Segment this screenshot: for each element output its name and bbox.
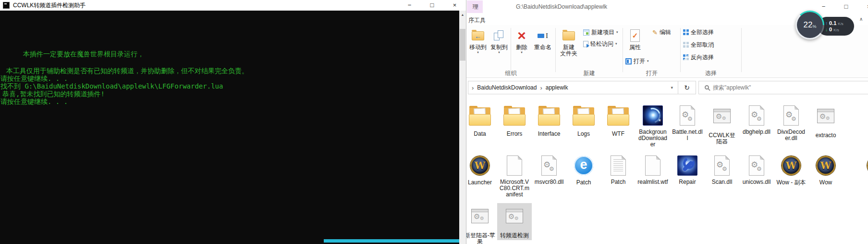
file-label: Repair	[672, 179, 703, 185]
file-label: Microsoft.VC80.CRT.manifest	[499, 179, 530, 198]
appwin-icon: ⚙⚙	[713, 109, 731, 123]
file-label: extracto	[810, 132, 841, 139]
file-item[interactable]: WTF	[601, 103, 636, 139]
download-unit: K/s	[833, 28, 839, 32]
file-item[interactable]: ⚙⚙新登陆器-苹果	[466, 203, 497, 244]
folder-icon	[573, 107, 595, 126]
page-gears-icon: ⚙⚙	[541, 155, 557, 176]
file-label: realmlist.wtf	[637, 179, 668, 185]
cmd-icon	[3, 2, 10, 9]
console-minimize-button[interactable]: −	[398, 0, 421, 11]
file-label: Patch	[568, 180, 599, 186]
upload-unit: K/s	[838, 22, 844, 26]
page-gears-icon: ⚙⚙	[749, 155, 764, 176]
file-item[interactable]: ⚙⚙CCWLK登陆器	[705, 103, 739, 146]
e-icon: e	[574, 156, 593, 175]
file-label: CCWLK登陆器	[707, 132, 737, 145]
console-titlebar: CCWLK转频道插件检测助手 − □ ×	[0, 0, 466, 11]
page-gears-icon: ⚙⚙	[714, 155, 730, 176]
wow-icon: W	[470, 156, 489, 175]
file-label: Logs	[568, 131, 599, 137]
file-item[interactable]: ⚙⚙DivxDecoder.dll	[774, 103, 808, 143]
percent-sign: %	[812, 24, 816, 29]
folder-icon	[538, 107, 560, 126]
file-label: Interface	[534, 131, 564, 137]
file-item[interactable]: BackgroundDownloader	[636, 103, 670, 149]
file-item[interactable]: realmlist.wtf	[636, 153, 670, 187]
appwin-icon: ⚙⚙	[506, 209, 523, 223]
file-item[interactable]: WWow	[808, 153, 843, 187]
upload-speed: 0.1	[829, 20, 836, 26]
file-item[interactable]: Interface	[532, 103, 566, 139]
file-item[interactable]: ⚙⚙extracto	[808, 103, 843, 140]
file-label: Scan.dll	[707, 179, 737, 185]
file-item[interactable]: ⚙⚙dbghelp.dll	[739, 103, 774, 137]
file-item[interactable]: WWow - 副本	[774, 153, 808, 187]
file-label: Wow	[810, 180, 841, 186]
wow-icon: W	[782, 156, 801, 175]
galaxy-icon	[643, 105, 663, 126]
console-title: CCWLK转频道插件检测助手	[13, 1, 86, 10]
file-item[interactable]: Repair	[670, 153, 705, 187]
file-item[interactable]: ⚙⚙Scan.dll	[705, 153, 739, 187]
console-vertical-scrollbar[interactable]: ▲	[459, 11, 466, 244]
folder-icon	[469, 107, 491, 126]
page-gears-icon: ⚙⚙	[680, 105, 695, 126]
page-blank-icon	[645, 155, 660, 176]
page-gears-icon: ⚙⚙	[749, 105, 764, 126]
file-label: WTF	[603, 131, 634, 137]
repair-icon	[677, 155, 697, 176]
folder-icon	[503, 107, 526, 126]
file-label: Data	[466, 131, 495, 137]
file-label: Battle.net.dll	[672, 129, 703, 141]
upload-arrow-icon: ↑	[825, 21, 828, 26]
file-label: Patch	[603, 179, 634, 185]
file-label: 转频道检测	[499, 232, 530, 239]
file-label: DivxDecoder.dll	[776, 129, 807, 141]
file-item[interactable]: ⚙⚙msvcr80.dll	[532, 153, 566, 187]
console-output: 本插件一定要放在魔兽世界根目录运行， 本工具仅用于辅助检测是否有已知的转频道，并…	[0, 11, 459, 244]
file-label: 新登陆器-苹果	[466, 232, 495, 244]
console-window: CCWLK转频道插件检测助手 − □ × 本插件一定要放在魔兽世界根目录运行， …	[0, 0, 466, 244]
file-label: Launcher	[466, 180, 495, 186]
file-item[interactable]: WLauncher	[466, 153, 497, 187]
file-item[interactable]: Logs	[566, 103, 601, 139]
file-label: Wow - 副本	[776, 180, 807, 186]
page-lines-icon	[611, 155, 626, 176]
file-label: unicows.dll	[741, 179, 772, 185]
download-arrow-icon: ↓	[825, 27, 828, 32]
file-label: Errors	[499, 131, 530, 137]
download-speed: 0	[829, 26, 832, 32]
network-speed-overlay[interactable]: ↑ 0.1 K/s ↓ 0 K/s 22 %	[795, 11, 868, 41]
appwin-icon: ⚙⚙	[817, 109, 834, 123]
file-item[interactable]: Microsoft.VC80.CRT.manifest	[497, 153, 532, 199]
page-blank-icon	[507, 155, 522, 176]
console-horizontal-scrollbar-thumb[interactable]	[324, 239, 459, 243]
scroll-up-icon[interactable]: ▲	[459, 11, 466, 16]
file-item[interactable]: W	[859, 153, 868, 181]
file-item[interactable]: ⚙⚙unicows.dll	[739, 153, 774, 187]
file-item[interactable]: Patch	[601, 153, 636, 187]
console-close-button[interactable]: ×	[443, 0, 466, 11]
progress-percent: 22	[804, 20, 813, 30]
console-maximize-button[interactable]: □	[421, 0, 443, 11]
progress-ring[interactable]: 22 %	[795, 11, 824, 39]
file-item[interactable]: ⚙⚙转频道检测	[497, 203, 532, 240]
console-line: 请按任意键继续. . .	[0, 98, 68, 106]
file-item[interactable]: ⚙⚙Battle.net.dll	[670, 103, 705, 143]
wow-icon: W	[816, 156, 835, 175]
file-item[interactable]: ePatch	[566, 153, 601, 187]
file-label: BackgroundDownloader	[637, 129, 668, 148]
file-label: dbghelp.dll	[741, 129, 772, 135]
appwin-icon: ⚙⚙	[471, 209, 489, 223]
file-item[interactable]: Data	[466, 103, 497, 139]
scrollbar-thumb[interactable]	[460, 29, 465, 61]
folder-icon	[607, 107, 629, 126]
file-label: msvcr80.dll	[534, 179, 564, 185]
page-gears-icon: ⚙⚙	[783, 105, 799, 126]
console-line: 本插件一定要放在魔兽世界根目录运行，	[23, 50, 144, 59]
file-item[interactable]: Errors	[497, 103, 532, 139]
